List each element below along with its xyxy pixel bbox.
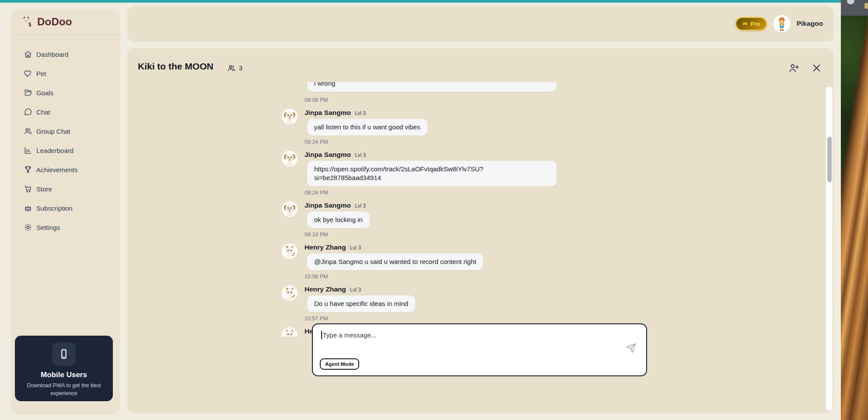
sidebar-item-subscription[interactable]: Subscription	[11, 198, 120, 218]
mobile-card-subtitle: Download PWA to get the best experience	[24, 382, 103, 397]
sidebar-item-label: Dashboard	[36, 51, 68, 58]
chat-message: Henry ZhangLvl 3 @Jinpa Sangmo u said u …	[282, 243, 829, 280]
sender-name: Jinpa Sangmo	[304, 151, 351, 158]
message-time: 08:08 PM	[304, 97, 556, 104]
home-icon	[24, 50, 32, 59]
heart-icon	[24, 69, 32, 78]
message-bubble: i wrong	[307, 82, 556, 92]
chat-scrollbar-thumb[interactable]	[827, 137, 832, 182]
brand-name: DoDoo	[37, 16, 72, 28]
member-count: 3	[239, 65, 242, 72]
sender-name: Jinpa Sangmo	[304, 201, 351, 209]
message-bubble: @Jinpa Sangmo u said u wanted to record …	[307, 253, 483, 270]
folder-icon	[24, 88, 32, 97]
sidebar-item-label: Goals	[36, 89, 53, 97]
sidebar-item-pet[interactable]: Pet	[11, 64, 120, 83]
chat-message: Jinpa SangmoLvl 3 https://open.spotify.c…	[282, 150, 829, 196]
mobile-users-card: Mobile Users Download PWA to get the bes…	[15, 336, 113, 401]
sidebar-item-label: Leaderboard	[36, 147, 74, 154]
sidebar-item-label: Pet	[36, 70, 46, 77]
sidebar-item-settings[interactable]: Settings	[11, 218, 120, 237]
sender-name: Henry Zhang	[304, 243, 346, 251]
puppy-avatar	[282, 151, 298, 167]
dodoo-cat-logo-icon	[20, 15, 32, 28]
sidebar-item-achievements[interactable]: Achievements	[11, 160, 120, 179]
close-icon[interactable]	[811, 62, 822, 73]
text-caret	[321, 331, 322, 339]
sidebar-item-chat[interactable]: Chat	[11, 102, 120, 121]
message-bubble: ok bye locking in	[307, 212, 370, 228]
message-bubble: https://open.spotify.com/track/2sLaOFvIq…	[307, 161, 556, 186]
sidebar-item-label: Settings	[36, 224, 60, 231]
puppy-avatar	[282, 109, 298, 125]
message-input[interactable]: Type a message... Agent Mode	[312, 323, 647, 376]
background-photo	[841, 0, 868, 420]
sender-level: Lvl 3	[355, 152, 366, 158]
sidebar-item-leaderboard[interactable]: Leaderboard	[11, 141, 120, 160]
sender-level: Lvl 3	[355, 203, 366, 209]
chat-message: Jinpa SangmoLvl 3 ok bye locking in 08:2…	[282, 201, 829, 238]
sidebar-item-goals[interactable]: Goals	[11, 83, 120, 102]
top-header-bar: Pro Pikagoo	[127, 6, 833, 41]
chrome-dot-icon	[847, 0, 854, 4]
chat-title: Kiki to the MOON	[138, 61, 214, 72]
top-accent-bar	[0, 0, 841, 3]
message-time: 10:56 PM	[304, 273, 483, 280]
kitten-avatar	[282, 327, 298, 337]
send-icon[interactable]	[626, 343, 637, 354]
message-time: 10:57 PM	[304, 315, 415, 322]
chat-message: Jinpa SangmoLvl 3 yall listen to this if…	[282, 108, 829, 146]
message-list[interactable]: i wrong 08:08 PM Jinpa SangmoLvl 3 yall …	[282, 82, 829, 337]
users-icon	[227, 64, 236, 73]
sidebar-item-label: Group Chat	[36, 128, 70, 135]
message-time: 08:24 PM	[304, 139, 427, 146]
chat-message: Henry ZhangLvl 3 Do u have specific idea…	[282, 285, 829, 322]
gear-icon	[24, 223, 32, 232]
kitten-avatar	[282, 243, 298, 259]
sidebar-item-label: Achievements	[36, 166, 77, 174]
sender-level: Lvl 3	[355, 110, 366, 116]
sidebar-nav: Dashboard Pet Goals Chat Group Chat Lead…	[11, 35, 120, 237]
chat-scrollbar-track[interactable]	[826, 87, 833, 411]
sidebar: DoDoo Dashboard Pet Goals Chat Group Cha…	[11, 9, 120, 414]
chrome-chip-icon	[864, 3, 868, 9]
chat-message-partial: i wrong 08:08 PM	[304, 82, 829, 104]
sender-level: Lvl 3	[350, 245, 361, 251]
message-time: 08:24 PM	[304, 189, 556, 196]
message-bubble: Do u have specific ideas in mind	[307, 295, 415, 312]
crown-icon	[742, 21, 748, 27]
mobile-card-title: Mobile Users	[15, 371, 113, 379]
cart-icon	[24, 184, 32, 193]
user-avatar[interactable]	[773, 15, 791, 32]
pro-label: Pro	[750, 21, 760, 27]
sender-name: Henry Zhang	[304, 285, 346, 293]
browser-chrome-strip	[841, 0, 868, 16]
kitten-avatar	[282, 285, 298, 301]
sender-level: Lvl 3	[350, 287, 361, 293]
group-chat-panel: Kiki to the MOON 3 i wrong 08:08 PM Jinp…	[127, 48, 833, 413]
input-placeholder: Type a message...	[323, 331, 377, 339]
sender-name: Jinpa Sangmo	[304, 109, 351, 116]
add-member-button[interactable]	[788, 62, 799, 73]
sidebar-item-label: Store	[36, 185, 52, 193]
sidebar-item-label: Chat	[36, 108, 50, 116]
member-count-group: 3	[227, 64, 242, 73]
chat-bubble-icon	[24, 108, 32, 116]
trophy-icon	[24, 165, 32, 174]
smartphone-icon	[52, 342, 76, 366]
agent-mode-button[interactable]: Agent Mode	[320, 358, 359, 370]
message-bubble: yall listen to this if u want good vibes	[307, 119, 427, 135]
sidebar-item-label: Subscription	[36, 205, 73, 212]
users-icon	[24, 127, 32, 135]
sidebar-item-store[interactable]: Store	[11, 179, 120, 198]
sidebar-item-dashboard[interactable]: Dashboard	[11, 45, 120, 64]
message-time: 08:24 PM	[304, 231, 370, 238]
pro-badge-button[interactable]: Pro	[735, 17, 767, 31]
sidebar-item-group-chat[interactable]: Group Chat	[11, 121, 120, 141]
brand-row[interactable]: DoDoo	[11, 9, 120, 35]
crown-icon	[24, 204, 32, 212]
puppy-avatar	[282, 201, 298, 217]
username-label: Pikagoo	[797, 20, 823, 28]
bar-chart-icon	[24, 146, 32, 155]
